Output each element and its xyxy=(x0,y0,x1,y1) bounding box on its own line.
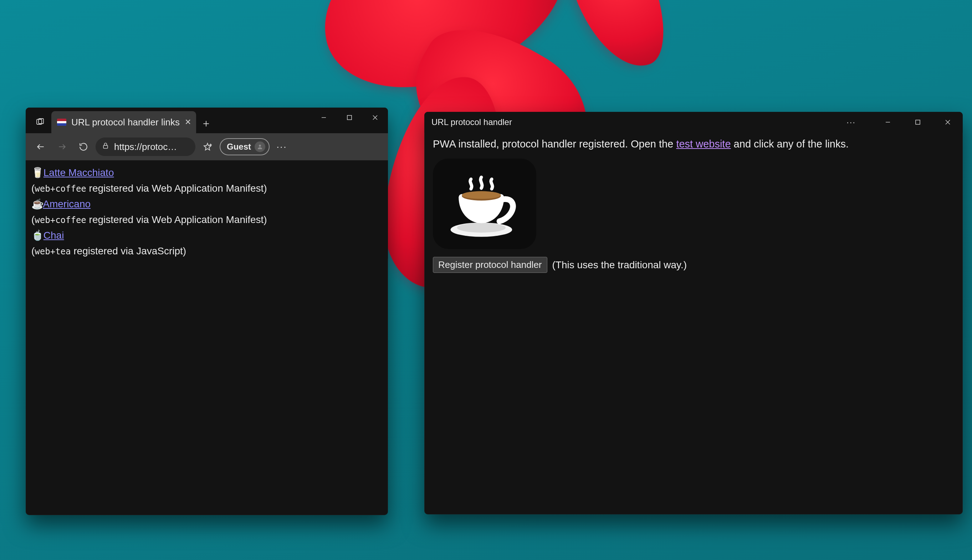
browser-toolbar: https://protoc… Guest ··· xyxy=(26,133,388,160)
tab-title: URL protocol handler links xyxy=(71,117,180,128)
svg-marker-9 xyxy=(204,143,211,150)
more-menu-button[interactable]: ··· xyxy=(847,112,856,133)
more-menu-button[interactable]: ··· xyxy=(273,138,291,156)
favorites-button[interactable] xyxy=(198,138,217,156)
svg-point-12 xyxy=(259,145,261,147)
cup-icon: 🥛 xyxy=(32,165,41,180)
browser-tab-active[interactable]: URL protocol handler links ✕ xyxy=(51,111,196,133)
forward-button[interactable] xyxy=(53,138,71,156)
link-americano[interactable]: Americano xyxy=(43,198,90,210)
register-protocol-handler-button[interactable]: Register protocol handler xyxy=(433,257,547,273)
minimize-button[interactable] xyxy=(873,112,903,133)
svg-point-20 xyxy=(462,191,500,199)
tab-actions-button[interactable] xyxy=(28,110,51,133)
profile-label: Guest xyxy=(227,142,251,152)
close-button[interactable] xyxy=(933,112,963,133)
avatar-icon xyxy=(254,142,265,152)
link-test-website[interactable]: test website xyxy=(676,138,731,150)
window-controls xyxy=(311,108,388,128)
list-item-note: (web+coffee registered via Web Applicati… xyxy=(32,212,382,227)
lock-icon xyxy=(102,142,109,152)
address-bar[interactable]: https://protoc… xyxy=(95,138,196,156)
svg-rect-3 xyxy=(347,115,351,120)
list-item: 🍵 Chai xyxy=(32,228,382,243)
coffee-cup-icon xyxy=(445,168,524,239)
maximize-button[interactable] xyxy=(903,112,933,133)
pwa-titlebar[interactable]: URL protocol handler ··· xyxy=(424,112,963,133)
tab-strip: URL protocol handler links ✕ ＋ xyxy=(26,108,216,133)
back-button[interactable] xyxy=(32,138,50,156)
profile-button[interactable]: Guest xyxy=(220,138,269,155)
register-row: Register protocol handler (This uses the… xyxy=(433,257,954,273)
window-title: URL protocol handler xyxy=(432,117,512,127)
svg-rect-8 xyxy=(104,145,108,148)
link-latte-macchiato[interactable]: Latte Macchiato xyxy=(43,167,114,178)
link-chai[interactable]: Chai xyxy=(43,230,64,241)
list-item-note: (web+coffee registered via Web Applicati… xyxy=(32,181,382,196)
list-item: ☕ Americano xyxy=(32,197,382,212)
pwa-window: URL protocol handler ··· PWA installed, … xyxy=(424,112,963,514)
browser-window: URL protocol handler links ✕ ＋ xyxy=(26,108,388,515)
minimize-button[interactable] xyxy=(311,108,336,128)
tea-icon: 🍵 xyxy=(32,228,41,243)
address-text: https://protoc… xyxy=(114,142,177,152)
pwa-content: PWA installed, protocol handler register… xyxy=(424,133,963,278)
new-tab-button[interactable]: ＋ xyxy=(196,113,216,133)
svg-rect-14 xyxy=(916,120,920,124)
tab-close-icon[interactable]: ✕ xyxy=(185,118,191,127)
maximize-button[interactable] xyxy=(336,108,362,128)
list-item-note: (web+tea registered via JavaScript) xyxy=(32,244,382,258)
page-content: 🥛 Latte Macchiato (web+coffee registered… xyxy=(26,160,388,258)
svg-point-18 xyxy=(457,223,505,233)
desktop: URL protocol handler links ✕ ＋ xyxy=(0,0,972,560)
coffee-icon: ☕ xyxy=(32,197,41,212)
refresh-button[interactable] xyxy=(74,138,93,156)
app-logo xyxy=(433,158,536,249)
tab-favicon xyxy=(57,118,66,126)
close-button[interactable] xyxy=(362,108,388,128)
browser-titlebar[interactable]: URL protocol handler links ✕ ＋ xyxy=(26,108,388,133)
list-item: 🥛 Latte Macchiato xyxy=(32,165,382,180)
window-controls xyxy=(873,112,963,133)
status-text: PWA installed, protocol handler register… xyxy=(433,138,954,150)
register-note: (This uses the traditional way.) xyxy=(552,259,687,271)
wallpaper-petal xyxy=(554,0,679,80)
